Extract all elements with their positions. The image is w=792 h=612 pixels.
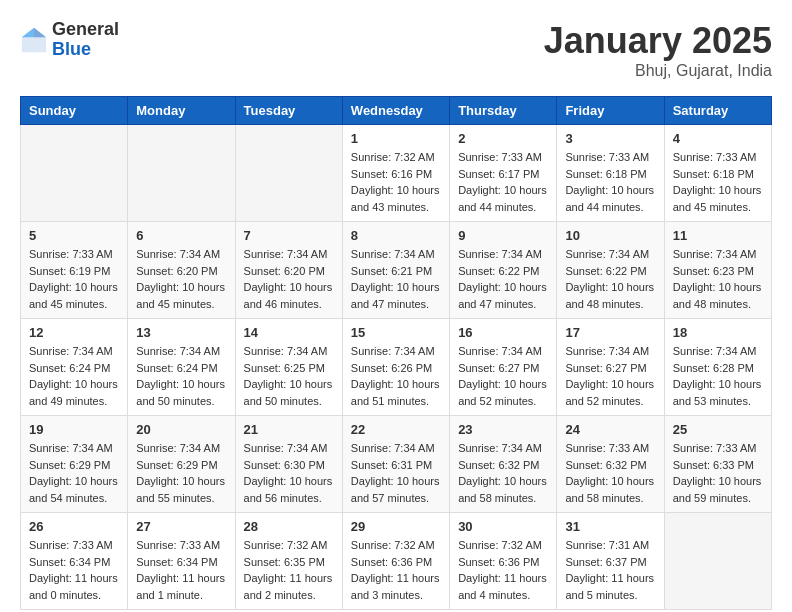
sunset-text: Sunset: 6:17 PM (458, 168, 539, 180)
sunrise-text: Sunrise: 7:33 AM (565, 151, 649, 163)
sunset-text: Sunset: 6:20 PM (136, 265, 217, 277)
day-number: 11 (673, 228, 763, 243)
calendar-cell: 22 Sunrise: 7:34 AM Sunset: 6:31 PM Dayl… (342, 416, 449, 513)
day-info: Sunrise: 7:31 AM Sunset: 6:37 PM Dayligh… (565, 537, 655, 603)
calendar-cell: 10 Sunrise: 7:34 AM Sunset: 6:22 PM Dayl… (557, 222, 664, 319)
day-info: Sunrise: 7:34 AM Sunset: 6:21 PM Dayligh… (351, 246, 441, 312)
sunrise-text: Sunrise: 7:34 AM (565, 345, 649, 357)
day-info: Sunrise: 7:34 AM Sunset: 6:26 PM Dayligh… (351, 343, 441, 409)
day-info: Sunrise: 7:34 AM Sunset: 6:22 PM Dayligh… (458, 246, 548, 312)
sunset-text: Sunset: 6:23 PM (673, 265, 754, 277)
calendar-cell: 11 Sunrise: 7:34 AM Sunset: 6:23 PM Dayl… (664, 222, 771, 319)
daylight-text: Daylight: 10 hours and 45 minutes. (673, 184, 762, 213)
sunset-text: Sunset: 6:25 PM (244, 362, 325, 374)
day-number: 25 (673, 422, 763, 437)
calendar-cell: 4 Sunrise: 7:33 AM Sunset: 6:18 PM Dayli… (664, 125, 771, 222)
calendar-cell: 27 Sunrise: 7:33 AM Sunset: 6:34 PM Dayl… (128, 513, 235, 610)
daylight-text: Daylight: 10 hours and 45 minutes. (136, 281, 225, 310)
day-number: 8 (351, 228, 441, 243)
daylight-text: Daylight: 10 hours and 58 minutes. (458, 475, 547, 504)
weekday-header-thursday: Thursday (450, 97, 557, 125)
day-number: 5 (29, 228, 119, 243)
day-info: Sunrise: 7:33 AM Sunset: 6:18 PM Dayligh… (565, 149, 655, 215)
sunrise-text: Sunrise: 7:33 AM (458, 151, 542, 163)
calendar-cell: 20 Sunrise: 7:34 AM Sunset: 6:29 PM Dayl… (128, 416, 235, 513)
sunset-text: Sunset: 6:16 PM (351, 168, 432, 180)
sunset-text: Sunset: 6:32 PM (565, 459, 646, 471)
day-number: 7 (244, 228, 334, 243)
sunset-text: Sunset: 6:29 PM (136, 459, 217, 471)
calendar-cell: 21 Sunrise: 7:34 AM Sunset: 6:30 PM Dayl… (235, 416, 342, 513)
calendar-cell: 30 Sunrise: 7:32 AM Sunset: 6:36 PM Dayl… (450, 513, 557, 610)
day-info: Sunrise: 7:33 AM Sunset: 6:34 PM Dayligh… (29, 537, 119, 603)
day-info: Sunrise: 7:32 AM Sunset: 6:36 PM Dayligh… (458, 537, 548, 603)
sunrise-text: Sunrise: 7:33 AM (673, 442, 757, 454)
day-info: Sunrise: 7:34 AM Sunset: 6:22 PM Dayligh… (565, 246, 655, 312)
day-info: Sunrise: 7:32 AM Sunset: 6:35 PM Dayligh… (244, 537, 334, 603)
sunset-text: Sunset: 6:22 PM (565, 265, 646, 277)
daylight-text: Daylight: 11 hours and 5 minutes. (565, 572, 654, 601)
day-info: Sunrise: 7:33 AM Sunset: 6:17 PM Dayligh… (458, 149, 548, 215)
sunrise-text: Sunrise: 7:31 AM (565, 539, 649, 551)
daylight-text: Daylight: 10 hours and 52 minutes. (458, 378, 547, 407)
weekday-header-saturday: Saturday (664, 97, 771, 125)
daylight-text: Daylight: 10 hours and 56 minutes. (244, 475, 333, 504)
daylight-text: Daylight: 10 hours and 43 minutes. (351, 184, 440, 213)
calendar-cell (664, 513, 771, 610)
daylight-text: Daylight: 10 hours and 50 minutes. (244, 378, 333, 407)
sunrise-text: Sunrise: 7:34 AM (136, 248, 220, 260)
sunrise-text: Sunrise: 7:34 AM (136, 345, 220, 357)
day-number: 6 (136, 228, 226, 243)
day-info: Sunrise: 7:32 AM Sunset: 6:16 PM Dayligh… (351, 149, 441, 215)
daylight-text: Daylight: 10 hours and 52 minutes. (565, 378, 654, 407)
calendar-cell: 18 Sunrise: 7:34 AM Sunset: 6:28 PM Dayl… (664, 319, 771, 416)
weekday-header-friday: Friday (557, 97, 664, 125)
sunset-text: Sunset: 6:34 PM (29, 556, 110, 568)
calendar-cell: 12 Sunrise: 7:34 AM Sunset: 6:24 PM Dayl… (21, 319, 128, 416)
day-info: Sunrise: 7:32 AM Sunset: 6:36 PM Dayligh… (351, 537, 441, 603)
day-number: 1 (351, 131, 441, 146)
sunrise-text: Sunrise: 7:34 AM (29, 442, 113, 454)
daylight-text: Daylight: 10 hours and 48 minutes. (565, 281, 654, 310)
daylight-text: Daylight: 10 hours and 58 minutes. (565, 475, 654, 504)
day-number: 18 (673, 325, 763, 340)
sunset-text: Sunset: 6:21 PM (351, 265, 432, 277)
weekday-header-sunday: Sunday (21, 97, 128, 125)
weekday-header-row: SundayMondayTuesdayWednesdayThursdayFrid… (21, 97, 772, 125)
sunrise-text: Sunrise: 7:34 AM (351, 345, 435, 357)
day-info: Sunrise: 7:33 AM Sunset: 6:32 PM Dayligh… (565, 440, 655, 506)
logo-general-text: General (52, 20, 119, 40)
sunrise-text: Sunrise: 7:33 AM (136, 539, 220, 551)
calendar-cell: 8 Sunrise: 7:34 AM Sunset: 6:21 PM Dayli… (342, 222, 449, 319)
daylight-text: Daylight: 11 hours and 2 minutes. (244, 572, 333, 601)
logo: General Blue (20, 20, 119, 60)
logo-blue-text: Blue (52, 40, 119, 60)
logo-text: General Blue (52, 20, 119, 60)
month-title: January 2025 (544, 20, 772, 62)
day-number: 31 (565, 519, 655, 534)
day-number: 13 (136, 325, 226, 340)
daylight-text: Daylight: 10 hours and 59 minutes. (673, 475, 762, 504)
calendar-week-row: 5 Sunrise: 7:33 AM Sunset: 6:19 PM Dayli… (21, 222, 772, 319)
weekday-header-wednesday: Wednesday (342, 97, 449, 125)
daylight-text: Daylight: 10 hours and 47 minutes. (351, 281, 440, 310)
daylight-text: Daylight: 10 hours and 50 minutes. (136, 378, 225, 407)
sunrise-text: Sunrise: 7:32 AM (244, 539, 328, 551)
sunrise-text: Sunrise: 7:34 AM (351, 442, 435, 454)
daylight-text: Daylight: 11 hours and 0 minutes. (29, 572, 118, 601)
calendar-cell: 28 Sunrise: 7:32 AM Sunset: 6:35 PM Dayl… (235, 513, 342, 610)
calendar-cell: 19 Sunrise: 7:34 AM Sunset: 6:29 PM Dayl… (21, 416, 128, 513)
sunrise-text: Sunrise: 7:33 AM (29, 539, 113, 551)
day-info: Sunrise: 7:34 AM Sunset: 6:32 PM Dayligh… (458, 440, 548, 506)
location-text: Bhuj, Gujarat, India (544, 62, 772, 80)
calendar-cell: 31 Sunrise: 7:31 AM Sunset: 6:37 PM Dayl… (557, 513, 664, 610)
logo-icon (20, 26, 48, 54)
calendar-cell: 24 Sunrise: 7:33 AM Sunset: 6:32 PM Dayl… (557, 416, 664, 513)
calendar-cell: 7 Sunrise: 7:34 AM Sunset: 6:20 PM Dayli… (235, 222, 342, 319)
calendar-cell (128, 125, 235, 222)
sunrise-text: Sunrise: 7:32 AM (351, 539, 435, 551)
calendar-cell: 17 Sunrise: 7:34 AM Sunset: 6:27 PM Dayl… (557, 319, 664, 416)
calendar-cell: 16 Sunrise: 7:34 AM Sunset: 6:27 PM Dayl… (450, 319, 557, 416)
day-number: 3 (565, 131, 655, 146)
calendar-cell: 1 Sunrise: 7:32 AM Sunset: 6:16 PM Dayli… (342, 125, 449, 222)
